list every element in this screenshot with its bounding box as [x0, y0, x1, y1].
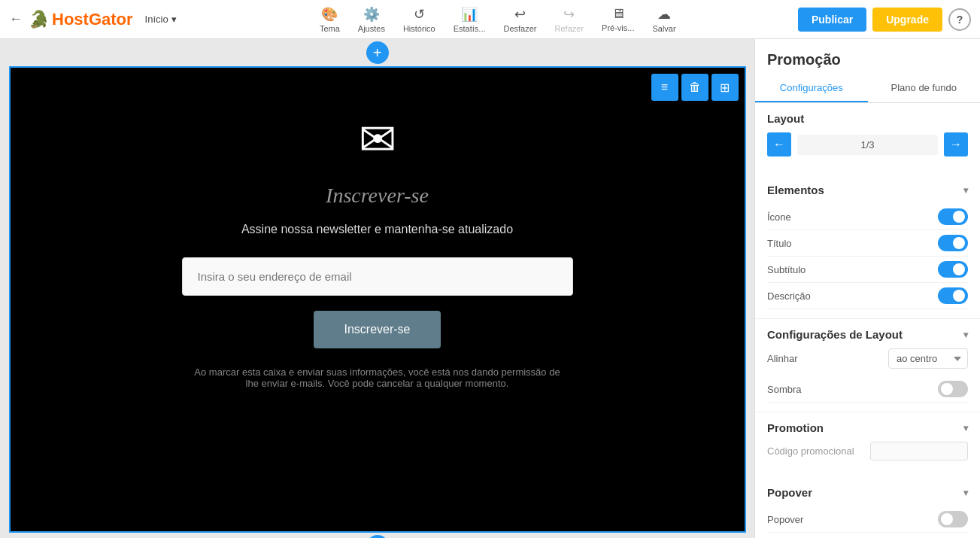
inicio-label: Início	[145, 14, 168, 25]
popover-title[interactable]: Popover ▾	[767, 486, 968, 499]
subscribe-button[interactable]: Inscrever-se	[314, 311, 440, 348]
sombra-label: Sombra	[767, 384, 802, 395]
configuracoes-layout-section: Configurações de Layout ▾ Alinhar ao cen…	[755, 318, 980, 412]
toggle-descricao[interactable]	[938, 287, 968, 304]
section-delete-button[interactable]: 🗑	[681, 74, 708, 101]
estatisticas-icon: 📊	[461, 6, 478, 23]
elementos-label: Elementos	[767, 184, 824, 196]
topbar-center: 🎨 Tema ⚙️ Ajustes ↺ Histórico 📊 Estatís.…	[198, 6, 798, 33]
toggle-icone-row: Ícone	[767, 204, 968, 230]
sombra-toggle[interactable]	[938, 381, 968, 397]
panel-tabs: Configurações Plano de fundo	[755, 74, 980, 103]
promotion-label: Promotion	[767, 421, 824, 434]
layout-label: Layout	[767, 112, 804, 125]
promotion-title[interactable]: Promotion ▾	[767, 421, 968, 434]
desfazer-icon: ↩	[514, 6, 526, 23]
nav-tema-label: Tema	[320, 24, 340, 33]
layout-next-button[interactable]: →	[944, 132, 968, 157]
nav-salvar[interactable]: ☁ Salvar	[652, 6, 675, 33]
toggle-titulo-row: Título	[767, 230, 968, 257]
section-menu-button[interactable]: ≡	[651, 74, 678, 101]
layout-prev-button[interactable]: ←	[767, 132, 791, 157]
sombra-toggle-slider	[938, 381, 968, 397]
tab-plano-de-fundo[interactable]: Plano de fundo	[868, 74, 981, 102]
inicio-button[interactable]: Início ▾	[139, 11, 183, 28]
publicar-button[interactable]: Publicar	[798, 8, 866, 32]
toggle-titulo-label: Título	[767, 238, 792, 249]
sombra-row: Sombra	[767, 376, 968, 403]
historico-icon: ↺	[414, 6, 425, 23]
logo: 🐊 HostGator	[29, 10, 133, 29]
toggle-titulo[interactable]	[938, 235, 968, 251]
promotion-chevron-icon: ▾	[963, 423, 968, 433]
toggle-descricao-row: Descrição	[767, 283, 968, 309]
section-resize-button[interactable]: ⊞	[711, 74, 739, 101]
nav-desfazer[interactable]: ↩ Desfazer	[504, 6, 537, 33]
back-button[interactable]: ←	[9, 11, 23, 27]
popover-section: Popover ▾ Popover	[755, 477, 980, 538]
toggle-icone[interactable]	[938, 208, 968, 225]
elementos-section: Elementos ▾ Ícone Título Subtítulo	[755, 175, 980, 318]
nav-estatisticas[interactable]: 📊 Estatís...	[454, 6, 486, 33]
preview-icon: 🖥	[611, 6, 625, 22]
nav-ajustes[interactable]: ⚙️ Ajustes	[358, 6, 385, 33]
upgrade-button[interactable]: Upgrade	[872, 8, 942, 32]
configuracoes-layout-title[interactable]: Configurações de Layout ▾	[767, 328, 968, 341]
toggle-subtitulo-label: Subtítulo	[767, 264, 806, 275]
toggle-subtitulo-row: Subtítulo	[767, 257, 968, 283]
salvar-icon: ☁	[657, 6, 671, 23]
disclaimer-text: Ao marcar esta caixa e enviar suas infor…	[190, 366, 566, 389]
nav-refazer: ↪ Refazer	[555, 6, 584, 33]
popover-toggle-slider	[938, 511, 968, 527]
right-panel: Promoção Configurações Plano de fundo La…	[754, 39, 980, 538]
tab-configuracoes[interactable]: Configurações	[755, 74, 868, 102]
nav-refazer-label: Refazer	[555, 24, 584, 33]
section-title: Inscrever-se	[326, 184, 429, 208]
toggle-icone-label: Ícone	[767, 211, 791, 223]
refazer-icon: ↪	[563, 6, 575, 23]
popover-chevron-icon: ▾	[963, 488, 968, 498]
popover-toggle[interactable]	[938, 511, 968, 527]
add-section-top: +	[9, 39, 746, 66]
configuracoes-layout-chevron-icon: ▾	[963, 330, 968, 340]
email-input[interactable]	[182, 257, 573, 296]
nav-historico[interactable]: ↺ Histórico	[403, 6, 435, 33]
toggle-titulo-slider	[938, 235, 968, 251]
layout-indicator: 1/3	[797, 135, 938, 155]
nav-preview[interactable]: 🖥 Pré-vis...	[602, 6, 634, 32]
configuracoes-layout-label: Configurações de Layout	[767, 328, 903, 341]
nav-salvar-label: Salvar	[652, 24, 675, 33]
elementos-title[interactable]: Elementos ▾	[767, 184, 968, 196]
section-content: ✉ Inscrever-se Assine nossa newsletter e…	[11, 68, 745, 419]
add-section-top-button[interactable]: +	[366, 41, 389, 64]
add-section-bottom: +	[9, 533, 746, 538]
ajustes-icon: ⚙️	[363, 6, 380, 23]
logo-gator-icon: 🐊	[29, 10, 49, 29]
layout-section-title: Layout	[767, 112, 968, 125]
alinhar-select[interactable]: ao centro à esquerda à direita	[888, 348, 968, 369]
nav-tema[interactable]: 🎨 Tema	[320, 6, 340, 33]
popover-section-label: Popover	[767, 486, 812, 499]
promo-code-input[interactable]	[870, 442, 968, 460]
resize-icon: ⊞	[720, 81, 730, 95]
promo-row: Código promocional	[767, 442, 968, 460]
inicio-chevron-icon: ▾	[171, 14, 177, 25]
alinhar-row: Alinhar ao centro à esquerda à direita	[767, 348, 968, 369]
add-section-bottom-button[interactable]: +	[366, 535, 389, 538]
nav-preview-label: Pré-vis...	[602, 23, 634, 32]
promo-code-label: Código promocional	[767, 445, 854, 457]
nav-ajustes-label: Ajustes	[358, 24, 385, 33]
help-button[interactable]: ?	[948, 8, 971, 31]
section-toolbar: ≡ 🗑 ⊞	[651, 74, 739, 101]
topbar-left: ← 🐊 HostGator Início ▾	[9, 10, 183, 29]
toggle-subtitulo-slider	[938, 261, 968, 278]
nav-estatisticas-label: Estatís...	[454, 24, 486, 33]
nav-desfazer-label: Desfazer	[504, 24, 537, 33]
toggle-descricao-slider	[938, 287, 968, 304]
main: + ≡ 🗑 ⊞ ✉ Inscrever-se As	[0, 39, 980, 538]
canvas-area: + ≡ 🗑 ⊞ ✉ Inscrever-se As	[0, 39, 754, 538]
canvas-wrapper: + ≡ 🗑 ⊞ ✉ Inscrever-se As	[9, 39, 746, 538]
section-container: ≡ 🗑 ⊞ ✉ Inscrever-se Assine nossa newsle…	[9, 66, 746, 533]
toggle-subtitulo[interactable]	[938, 261, 968, 278]
topbar-right: Publicar Upgrade ?	[798, 8, 971, 32]
